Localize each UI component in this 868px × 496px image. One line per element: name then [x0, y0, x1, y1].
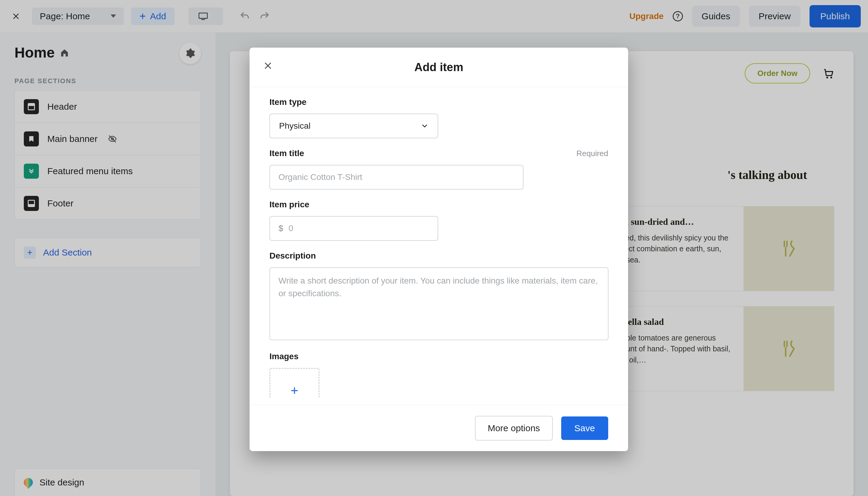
item-type-select[interactable]: Physical [269, 113, 438, 138]
field-item-title: Item title Required [269, 138, 608, 189]
item-price-input-wrapper[interactable]: $ [269, 216, 438, 241]
item-title-label: Item title [269, 149, 304, 158]
field-item-type: Item type Physical [269, 87, 608, 138]
images-label: Images [269, 352, 608, 361]
field-images: Images + [269, 341, 608, 398]
item-price-label: Item price [269, 200, 608, 210]
close-icon [263, 61, 273, 70]
item-title-input[interactable] [269, 165, 524, 189]
plus-icon: + [291, 383, 298, 398]
description-label: Description [269, 251, 608, 261]
description-input[interactable] [269, 267, 608, 340]
required-hint: Required [576, 149, 608, 158]
item-type-value: Physical [279, 121, 310, 131]
field-item-price: Item price $ [269, 189, 608, 241]
modal-close-button[interactable] [263, 61, 276, 73]
save-button[interactable]: Save [561, 416, 608, 440]
chevron-down-icon [421, 122, 429, 130]
field-description: Description [269, 241, 608, 341]
modal-title: Add item [414, 61, 464, 74]
item-type-label: Item type [269, 97, 608, 107]
add-item-modal: Add item Item type Physical Item title R… [250, 48, 628, 451]
modal-header: Add item [250, 48, 628, 87]
more-options-button[interactable]: More options [475, 416, 553, 440]
modal-body: Item type Physical Item title Required I… [250, 87, 628, 405]
modal-footer: More options Save [250, 405, 628, 451]
item-price-input[interactable] [289, 223, 429, 233]
currency-symbol: $ [278, 223, 283, 233]
add-image-button[interactable]: + [269, 368, 320, 398]
